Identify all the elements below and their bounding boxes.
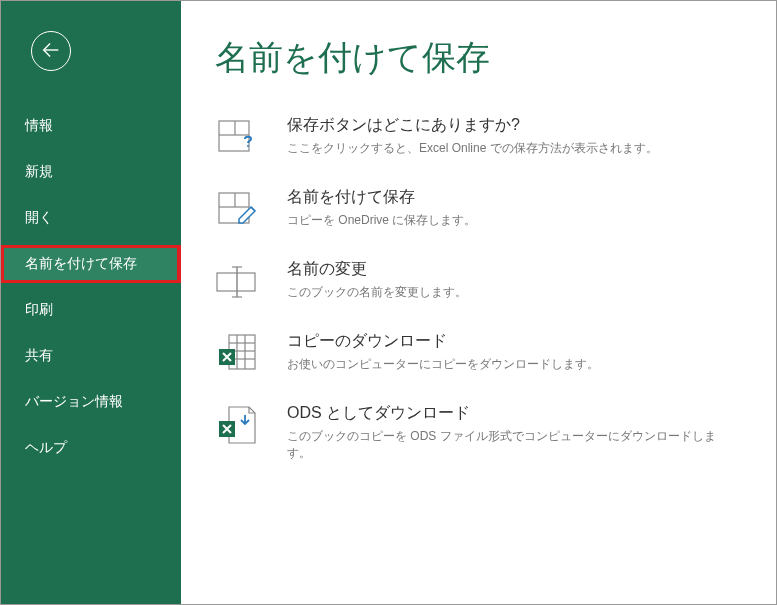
sidebar-item-info[interactable]: 情報 bbox=[1, 107, 181, 145]
page-title: 名前を付けて保存 bbox=[215, 35, 736, 81]
option-desc: お使いのコンピューターにコピーをダウンロードします。 bbox=[287, 356, 599, 373]
sidebar-item-about[interactable]: バージョン情報 bbox=[1, 383, 181, 421]
sidebar-menu: 情報 新規 開く 名前を付けて保存 印刷 共有 バージョン情報 ヘルプ bbox=[1, 107, 181, 475]
sidebar-item-help[interactable]: ヘルプ bbox=[1, 429, 181, 467]
option-title: 名前の変更 bbox=[287, 259, 467, 280]
option-title: ODS としてダウンロード bbox=[287, 403, 736, 424]
option-download-ods[interactable]: ODS としてダウンロード このブックのコピーを ODS ファイル形式でコンピュ… bbox=[215, 403, 736, 462]
option-title: 保存ボタンはどこにありますか? bbox=[287, 115, 658, 136]
back-arrow-icon bbox=[40, 39, 62, 64]
download-ods-icon bbox=[215, 403, 259, 447]
svg-rect-8 bbox=[217, 273, 255, 291]
option-where-is-save[interactable]: 保存ボタンはどこにありますか? ここをクリックすると、Excel Online … bbox=[215, 115, 736, 159]
option-desc: コピーを OneDrive に保存します。 bbox=[287, 212, 476, 229]
sidebar-item-new[interactable]: 新規 bbox=[1, 153, 181, 191]
save-as-icon bbox=[215, 187, 259, 231]
sidebar-item-share[interactable]: 共有 bbox=[1, 337, 181, 375]
option-desc: このブックの名前を変更します。 bbox=[287, 284, 467, 301]
option-save-as[interactable]: 名前を付けて保存 コピーを OneDrive に保存します。 bbox=[215, 187, 736, 231]
rename-icon bbox=[215, 259, 259, 303]
option-download-copy[interactable]: コピーのダウンロード お使いのコンピューターにコピーをダウンロードします。 bbox=[215, 331, 736, 375]
sidebar-item-open[interactable]: 開く bbox=[1, 199, 181, 237]
backstage-sidebar: 情報 新規 開く 名前を付けて保存 印刷 共有 バージョン情報 ヘルプ bbox=[1, 1, 181, 604]
main-content: 名前を付けて保存 保存ボタンはどこにありますか? ここをクリックすると、Exce… bbox=[181, 1, 776, 604]
sidebar-item-print[interactable]: 印刷 bbox=[1, 291, 181, 329]
option-title: コピーのダウンロード bbox=[287, 331, 599, 352]
where-is-save-icon bbox=[215, 115, 259, 159]
download-copy-icon bbox=[215, 331, 259, 375]
option-desc: このブックのコピーを ODS ファイル形式でコンピューターにダウンロードします。 bbox=[287, 428, 736, 462]
back-button[interactable] bbox=[31, 31, 71, 71]
option-rename[interactable]: 名前の変更 このブックの名前を変更します。 bbox=[215, 259, 736, 303]
option-desc: ここをクリックすると、Excel Online での保存方法が表示されます。 bbox=[287, 140, 658, 157]
sidebar-item-save-as[interactable]: 名前を付けて保存 bbox=[1, 245, 181, 283]
svg-point-4 bbox=[247, 145, 249, 147]
option-title: 名前を付けて保存 bbox=[287, 187, 476, 208]
svg-rect-1 bbox=[219, 121, 249, 151]
